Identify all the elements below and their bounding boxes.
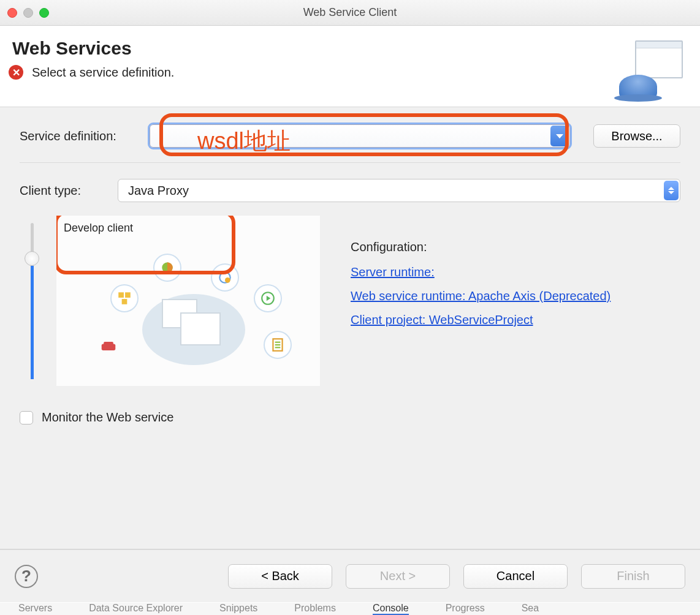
window-title: Web Service Client [0, 6, 700, 19]
bottom-tabs-strip: Servers Data Source Explorer Snippets Pr… [0, 603, 700, 615]
tab-servers[interactable]: Servers [18, 603, 52, 615]
svg-marker-7 [267, 296, 271, 301]
help-button[interactable]: ? [15, 565, 38, 588]
tab-progress[interactable]: Progress [446, 603, 485, 615]
service-definition-dropdown-arrow[interactable] [550, 126, 569, 146]
svg-point-2 [225, 277, 230, 283]
titlebar: Web Service Client [0, 0, 700, 26]
slider-level-label: Develop client [64, 222, 133, 235]
wizard-banner-icon [615, 38, 683, 99]
diagram-node-icon [254, 284, 282, 312]
client-diagram: Develop client [56, 216, 320, 386]
client-type-label: Client type: [20, 184, 105, 198]
monitor-checkbox[interactable] [20, 411, 33, 424]
tab-search[interactable]: Sea [522, 603, 539, 615]
service-definition-input[interactable] [150, 124, 570, 148]
wizard-footer: ? < Back Next > Cancel Finish [0, 549, 700, 602]
wizard-content: Service definition: Browse... wsdl地址 Cli… [0, 107, 700, 549]
slider-thumb[interactable] [25, 251, 39, 266]
finish-button[interactable]: Finish [581, 564, 685, 589]
header-message: Select a service definition. [32, 66, 174, 80]
next-button[interactable]: Next > [346, 564, 450, 589]
tab-console[interactable]: Console [373, 603, 409, 615]
configuration-heading: Configuration: [351, 240, 611, 254]
svg-rect-3 [118, 292, 124, 298]
diagram-node-icon [153, 254, 181, 282]
diagram-node-icon [110, 284, 139, 312]
svg-rect-5 [122, 299, 127, 304]
service-definition-label: Service definition: [20, 129, 142, 143]
client-project-link[interactable]: Client project: WebServiceProject [351, 313, 611, 327]
page-title: Web Services [12, 38, 174, 59]
svg-rect-9 [104, 342, 113, 345]
monitor-label: Monitor the Web service [42, 410, 173, 424]
browse-button[interactable]: Browse... [593, 124, 680, 148]
client-type-value: Java Proxy [128, 184, 189, 198]
divider [20, 162, 680, 163]
diagram-node-icon [211, 263, 239, 292]
diagram-node-icon [94, 332, 123, 360]
client-level-slider[interactable] [31, 223, 34, 379]
diagram-node-icon [264, 331, 292, 359]
cancel-button[interactable]: Cancel [463, 564, 568, 589]
tab-snippets[interactable]: Snippets [219, 603, 257, 615]
error-icon: ✕ [9, 65, 23, 80]
server-runtime-link[interactable]: Server runtime: [351, 265, 611, 279]
client-type-dropdown-arrow[interactable] [664, 181, 679, 200]
wizard-header: Web Services ✕ Select a service definiti… [0, 26, 700, 107]
client-type-select[interactable]: Java Proxy [118, 179, 680, 202]
ws-runtime-link[interactable]: Web service runtime: Apache Axis (Deprec… [351, 289, 611, 303]
tab-problems[interactable]: Problems [294, 603, 336, 615]
back-button[interactable]: < Back [228, 564, 332, 589]
tab-data-source-explorer[interactable]: Data Source Explorer [89, 603, 183, 615]
svg-rect-4 [125, 292, 131, 298]
